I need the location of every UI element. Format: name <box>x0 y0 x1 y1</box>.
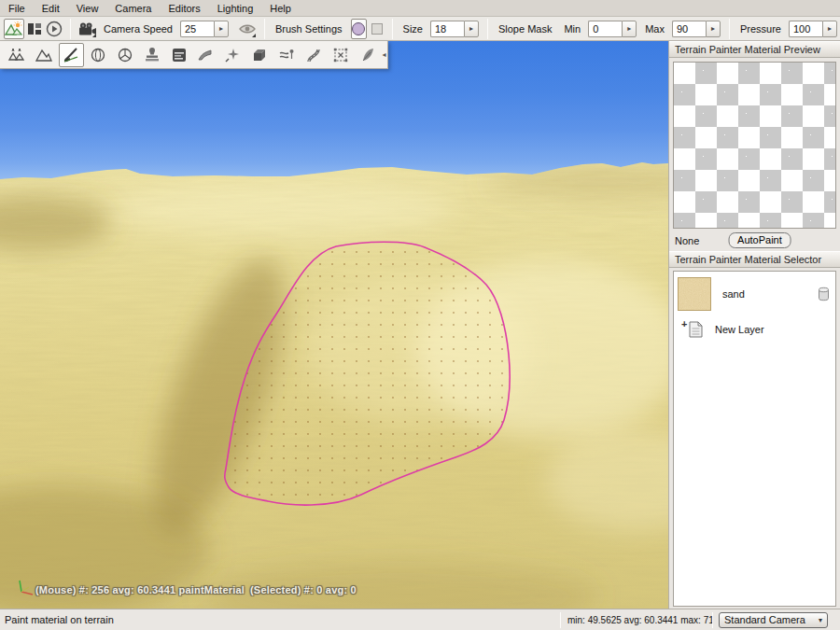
tool-mesh-editor[interactable] <box>247 43 273 67</box>
material-list: sand + New Layer <box>673 271 836 607</box>
play-button[interactable] <box>45 19 63 39</box>
slope-mask-label: Slope Mask <box>498 23 552 35</box>
object-editor-icon <box>7 46 26 64</box>
menu-camera[interactable]: Camera <box>106 0 160 17</box>
terrain-painter-panel: Terrain Painter Material Preview None Au… <box>668 41 840 609</box>
slope-min-arrow-icon[interactable]: ▸ <box>622 21 637 37</box>
tool-shape-selection[interactable] <box>328 43 353 67</box>
tool-object-editor[interactable] <box>5 43 30 67</box>
camera-speed-label: Camera Speed <box>104 23 173 35</box>
tool-river-editor[interactable] <box>274 43 300 67</box>
slope-max-spinner[interactable]: 90 ▸ <box>672 21 721 37</box>
world-editor-button[interactable] <box>4 19 24 39</box>
ramp-sheet-icon <box>196 46 215 64</box>
tool-terrain-editor[interactable] <box>32 43 57 67</box>
tool-particle-editor[interactable] <box>355 43 380 67</box>
terrain-stats: min: 49.5625 avg: 60.3441 max: 71.9 <box>561 615 712 625</box>
camera-select-dropdown[interactable]: Standard Camera ▾ <box>719 612 828 628</box>
gui-editor-button[interactable] <box>26 19 43 39</box>
tool-terrain-painter[interactable] <box>59 43 84 67</box>
new-layer-row[interactable]: + New Layer <box>676 315 833 344</box>
size-value[interactable]: 18 <box>430 21 464 37</box>
material-sphere-icon <box>89 46 107 64</box>
stamp-icon <box>143 46 161 64</box>
camera-menu-button[interactable] <box>77 19 98 39</box>
menu-file[interactable]: File <box>0 0 34 17</box>
sand-texture-thumbnail[interactable] <box>678 277 711 311</box>
camera-speed-arrow-icon[interactable]: ▸ <box>214 21 229 37</box>
datablock-icon <box>170 46 189 64</box>
camera-speed-value[interactable]: 25 <box>180 21 214 37</box>
tool-forest-editor[interactable] <box>220 43 245 67</box>
tool-physics-editor[interactable] <box>112 43 137 67</box>
dropdown-corner-indicator <box>252 34 256 37</box>
plus-icon: + <box>681 318 687 329</box>
new-layer-page-icon: + <box>689 321 706 338</box>
selected-brush-info: (Selected) #: 0 avg: 0 <box>250 584 357 595</box>
slope-min-spinner[interactable]: 0 ▸ <box>588 21 637 37</box>
visibility-button[interactable] <box>237 19 258 39</box>
status-divider <box>712 612 713 628</box>
material-row-sand[interactable]: sand <box>676 273 833 315</box>
circle-brush-icon <box>352 22 365 35</box>
preview-material-name: None <box>675 235 699 246</box>
menu-view[interactable]: View <box>68 0 107 17</box>
tool-road-editor[interactable] <box>301 43 326 67</box>
slope-min-value[interactable]: 0 <box>588 21 622 37</box>
new-layer-label: New Layer <box>715 324 764 335</box>
menu-edit[interactable]: Edit <box>34 0 68 17</box>
palette-collapse-handle[interactable]: ◂ <box>381 43 387 67</box>
camera-speed-spinner[interactable]: 25 ▸ <box>180 21 229 37</box>
square-brush-icon <box>371 23 383 35</box>
circle-brush-button[interactable] <box>351 19 368 39</box>
size-label: Size <box>403 23 423 35</box>
size-arrow-icon[interactable]: ▸ <box>464 21 479 37</box>
main-toolbar: Camera Speed 25 ▸ Brush Settings Size 18… <box>0 17 840 41</box>
square-brush-button[interactable] <box>369 19 385 39</box>
toolbar-separator <box>729 19 730 39</box>
autopaint-button[interactable]: AutoPaint <box>728 232 791 248</box>
terrain-editor-icon <box>35 46 53 64</box>
slope-max-arrow-icon[interactable]: ▸ <box>706 21 721 37</box>
tool-decal-editor[interactable] <box>139 43 164 67</box>
mouse-brush-info: (Mouse) #: 256 avg: 60.3441 paintMateria… <box>35 584 245 595</box>
terrain-render <box>0 41 668 609</box>
magic-wand-star-icon <box>223 46 242 64</box>
pressure-value[interactable]: 100 <box>789 21 822 37</box>
dropdown-corner-indicator <box>92 34 96 37</box>
pressure-label: Pressure <box>740 23 781 35</box>
terrain-painter-brush-icon <box>62 46 80 64</box>
delete-material-icon[interactable] <box>818 287 830 301</box>
play-icon <box>46 21 63 37</box>
material-preview-header: Terrain Painter Material Preview <box>669 41 840 58</box>
pressure-spinner[interactable]: 100 ▸ <box>789 21 837 37</box>
material-selector-header: Terrain Painter Material Selector <box>669 251 840 268</box>
world-editor-icon <box>5 21 23 37</box>
menu-help[interactable]: Help <box>261 0 300 17</box>
menu-editors[interactable]: Editors <box>160 0 208 17</box>
marquee-select-icon <box>331 46 350 64</box>
status-message: Paint material on terrain <box>0 614 560 625</box>
tool-datablock-editor[interactable] <box>166 43 191 67</box>
chevron-down-icon: ▾ <box>819 616 822 624</box>
status-bar: Paint material on terrain min: 49.5625 a… <box>0 609 840 630</box>
gui-editor-icon <box>27 21 42 36</box>
toolbar-separator <box>487 19 488 39</box>
tool-sketch[interactable] <box>193 43 218 67</box>
tool-material-editor[interactable] <box>86 43 111 67</box>
menu-bar: File Edit View Camera Editors Lighting H… <box>0 0 840 17</box>
feather-icon <box>358 46 377 64</box>
material-name: sand <box>722 288 745 300</box>
toolbar-separator <box>70 19 71 39</box>
menu-lighting[interactable]: Lighting <box>209 0 262 17</box>
river-icon <box>277 46 296 64</box>
segmented-sphere-icon <box>116 46 134 64</box>
pressure-arrow-icon[interactable]: ▸ <box>822 21 837 37</box>
material-preview-box <box>673 62 836 229</box>
winding-road-icon <box>304 46 323 64</box>
toolbar-separator <box>392 19 393 39</box>
slope-max-value[interactable]: 90 <box>672 21 706 37</box>
toolbar-separator <box>264 19 265 39</box>
size-spinner[interactable]: 18 ▸ <box>430 21 479 37</box>
terrain-viewport[interactable]: (Mouse) #: 256 avg: 60.3441 paintMateria… <box>0 41 668 609</box>
